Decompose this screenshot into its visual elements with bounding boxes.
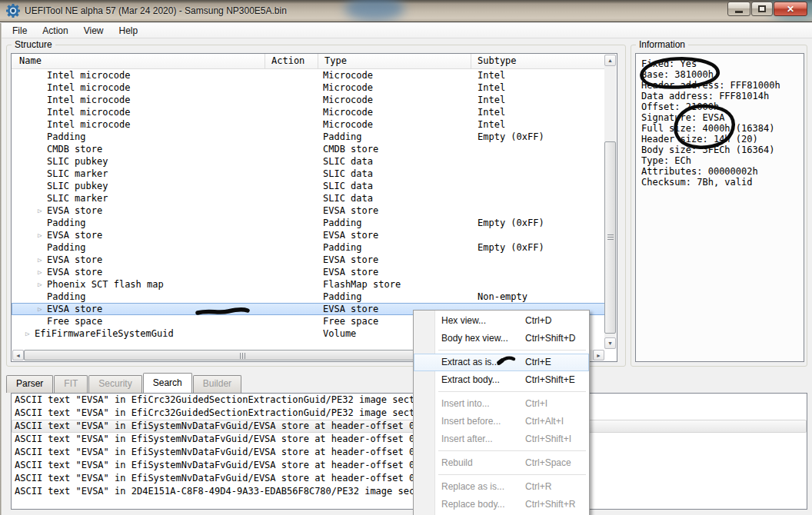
tree-item-action — [265, 327, 318, 340]
tab-security: Security — [88, 375, 141, 393]
tree-row[interactable]: PaddingPaddingEmpty (0xFF) — [12, 241, 605, 254]
menu-item-label: Body hex view... — [441, 333, 508, 344]
tree-item-action — [265, 131, 318, 143]
expand-arrow-icon[interactable]: ▷ — [25, 327, 35, 340]
menu-item-shortcut: Ctrl+D — [525, 312, 551, 330]
scroll-left-button[interactable]: ◄ — [12, 350, 24, 360]
tree-item-name-cell: CMDB store — [12, 143, 265, 155]
maximize-button[interactable] — [751, 2, 773, 16]
tree-row[interactable]: SLIC markerSLIC data — [12, 168, 605, 180]
expand-arrow-placeholder — [38, 168, 47, 180]
tree-item-action — [265, 81, 318, 94]
tree-row[interactable]: SLIC pubkeySLIC data — [12, 155, 605, 168]
menu-item-label: Extract as is... — [441, 357, 499, 367]
menu-item-hex-view[interactable]: Hex view...Ctrl+D — [414, 312, 589, 330]
search-result-row[interactable]: ASCII text "EVSA" in EfiCrc32GuidedSecti… — [12, 407, 807, 420]
tree-item-action — [265, 278, 318, 291]
column-header-action[interactable]: Action — [265, 54, 318, 68]
search-result-row[interactable]: ASCII text "EVSA" in EfiSystemNvDataFvGu… — [12, 433, 807, 446]
expand-arrow-placeholder — [38, 131, 47, 143]
search-results-panel: ASCII text "EVSA" in EfiCrc32GuidedSecti… — [11, 393, 807, 510]
search-result-row[interactable]: ASCII text "EVSA" in EfiSystemNvDataFvGu… — [12, 420, 807, 433]
expand-arrow-icon[interactable]: ▷ — [38, 229, 47, 241]
vertical-scroll-thumb[interactable] — [604, 141, 616, 334]
tree-item-action — [265, 266, 318, 278]
tree-item-name: SLIC marker — [47, 192, 108, 204]
horizontal-scroll-thumb[interactable] — [24, 350, 462, 360]
tree-row[interactable]: ▷EVSA storeEVSA store — [12, 266, 605, 278]
menu-item-shortcut: Ctrl+E — [525, 354, 551, 371]
tree-row[interactable]: ▷Phoenix SCT flash mapFlashMap store — [12, 278, 605, 291]
tree-item-action — [265, 94, 318, 106]
tree-row[interactable]: ▷EVSA storeEVSA store — [12, 229, 605, 241]
expand-arrow-icon[interactable]: ▷ — [38, 254, 47, 266]
tree-item-subtype — [471, 180, 605, 192]
tree-item-type: SLIC data — [318, 192, 471, 204]
scroll-down-button[interactable]: ▼ — [604, 337, 616, 349]
tree-item-type: EVSA store — [318, 254, 471, 266]
tree-item-action — [265, 192, 318, 204]
search-result-row[interactable]: ASCII text "EVSA" in EfiSystemNvDataFvGu… — [12, 459, 807, 472]
tree-item-name: EVSA store — [47, 204, 102, 217]
tree-row[interactable]: PaddingPaddingNon-empty — [12, 291, 605, 303]
tree-item-name-cell: Intel microcode — [12, 69, 265, 81]
tree-item-name-cell: Padding — [12, 291, 265, 303]
tree-row[interactable]: SLIC markerSLIC data — [12, 192, 605, 204]
tree-row[interactable]: Intel microcodeMicrocodeIntel — [12, 69, 605, 81]
uefitool-window: { "window": { "title": "UEFITool NE alph… — [0, 0, 812, 515]
tree-row[interactable]: Intel microcodeMicrocodeIntel — [12, 94, 605, 106]
tree-item-subtype — [471, 229, 605, 241]
tree-item-action — [265, 155, 318, 168]
tree-row[interactable]: PaddingPaddingEmpty (0xFF) — [12, 217, 605, 229]
tree-item-name: SLIC pubkey — [47, 155, 108, 168]
menu-item-shortcut: Ctrl+Shift+I — [525, 430, 571, 448]
scroll-up-button[interactable]: ▲ — [604, 55, 616, 66]
expand-arrow-icon[interactable]: ▷ — [38, 266, 47, 278]
tree-row[interactable]: Intel microcodeMicrocodeIntel — [12, 81, 605, 94]
menu-bar: FileActionViewHelp — [0, 23, 812, 38]
search-result-row[interactable]: ASCII text "EVSA" in 2D4E151A-C8F8-49D4-… — [12, 485, 807, 498]
menu-item-shortcut: Ctrl+Shift+E — [525, 371, 575, 389]
tree-item-action — [265, 229, 318, 241]
tree-item-name-cell: ▷EfiFirmwareFileSystemGuid — [12, 327, 265, 340]
tab-parser[interactable]: Parser — [6, 375, 53, 393]
tab-search[interactable]: Search — [143, 373, 192, 393]
column-header-name[interactable]: Name — [12, 54, 265, 68]
menu-action[interactable]: Action — [35, 24, 75, 38]
tree-item-name: Phoenix SCT flash map — [47, 278, 164, 291]
tree-row[interactable]: ▷EVSA storeEVSA store — [12, 254, 605, 266]
menu-item-rebuild: RebuildCtrl+Space — [414, 454, 589, 472]
tree-row[interactable]: SLIC pubkeySLIC data — [12, 180, 605, 192]
tree-row[interactable]: PaddingPaddingEmpty (0xFF) — [12, 131, 605, 143]
menu-item-extract-as-is[interactable]: Extract as is...Ctrl+E — [414, 354, 589, 371]
tree-row[interactable]: Intel microcodeMicrocodeIntel — [12, 106, 605, 118]
search-result-row[interactable]: ASCII text "EVSA" in EfiSystemNvDataFvGu… — [12, 472, 807, 485]
expand-arrow-placeholder — [38, 291, 47, 303]
search-result-row[interactable]: ASCII text "EVSA" in EfiSystemNvDataFvGu… — [12, 446, 807, 459]
menu-separator — [414, 472, 589, 478]
menu-help[interactable]: Help — [111, 24, 146, 38]
expand-arrow-icon[interactable]: ▷ — [38, 303, 47, 315]
menu-view[interactable]: View — [76, 24, 111, 38]
tree-row[interactable]: CMDB storeCMDB store — [12, 143, 605, 155]
tree-item-subtype — [471, 155, 605, 168]
title-bar[interactable]: UEFITool NE alpha 57 (Mar 24 2020) - Sam… — [0, 0, 812, 22]
tree-item-name-cell: Intel microcode — [12, 81, 265, 94]
menu-file[interactable]: File — [5, 24, 35, 38]
scroll-right-button[interactable]: ► — [593, 350, 604, 360]
tree-row[interactable]: Intel microcodeMicrocodeIntel — [12, 118, 605, 131]
menu-item-extract-body[interactable]: Extract body...Ctrl+Shift+E — [414, 371, 589, 389]
tree-row[interactable]: ▷EVSA storeEVSA store — [12, 204, 605, 217]
column-header-subtype[interactable]: Subtype — [471, 54, 605, 68]
expand-arrow-icon[interactable]: ▷ — [38, 278, 47, 291]
close-button[interactable]: ✕ — [774, 2, 807, 16]
tree-item-name-cell: ▷EVSA store — [12, 266, 265, 278]
search-result-row[interactable]: ASCII text "EVSA" in EfiCrc32GuidedSecti… — [12, 394, 807, 407]
expand-arrow-icon[interactable]: ▷ — [38, 204, 47, 217]
column-header-type[interactable]: Type — [318, 54, 471, 68]
menu-item-body-hex-view[interactable]: Body hex view...Ctrl+Shift+D — [414, 330, 589, 347]
tree-vertical-scrollbar[interactable]: ▲ ▼ — [604, 55, 616, 349]
tree-item-subtype — [471, 204, 605, 217]
minimize-button[interactable] — [727, 2, 750, 16]
tree-item-action — [265, 241, 318, 254]
